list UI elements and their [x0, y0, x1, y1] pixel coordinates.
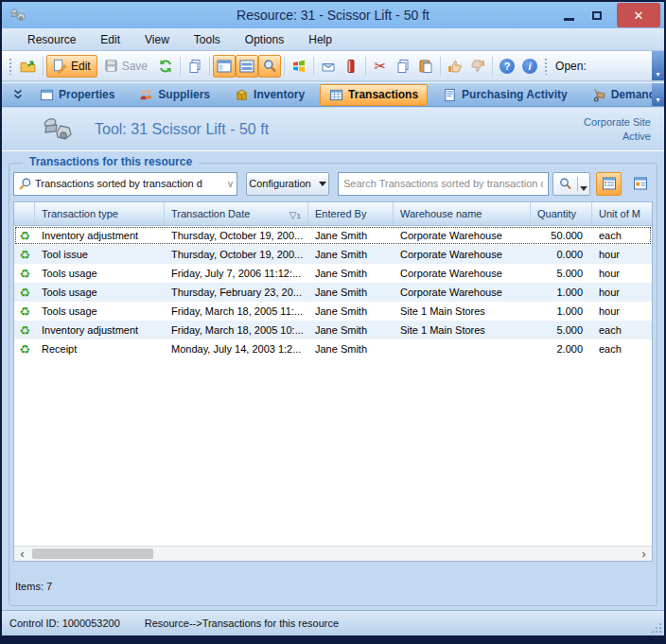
menu-view[interactable]: View [132, 30, 182, 49]
configuration-button[interactable]: Configuration [246, 172, 329, 196]
table-row[interactable]: ♻ Tools usage Friday, July 7, 2006 11:12… [14, 264, 652, 283]
send-button[interactable] [317, 55, 340, 78]
collapse-tabs-button[interactable] [13, 89, 23, 100]
horizontal-scrollbar[interactable]: ‹ › [14, 546, 652, 561]
search-input[interactable] [338, 172, 549, 196]
double-chevron-down-icon [13, 89, 23, 100]
toolbar-separator [492, 57, 493, 76]
details-view-toggle[interactable] [627, 172, 653, 196]
help-button[interactable]: ? [496, 55, 518, 78]
magnifier-icon [262, 59, 277, 74]
cell-entered-by: Jane Smith [308, 226, 394, 245]
menu-options[interactable]: Options [233, 30, 296, 49]
search-button[interactable] [552, 172, 590, 196]
transactions-groupbox: Transactions for this resource Transacti… [9, 163, 657, 606]
cell-transaction-date: Friday, March 18, 2005 11:... [165, 302, 308, 321]
resize-grip-icon[interactable] [650, 621, 662, 634]
thumbs-up-icon [447, 59, 463, 74]
col-transaction-date[interactable]: Transaction Date ▽1 [165, 202, 308, 225]
list-view-icon [602, 176, 617, 191]
groupbox-title: Transactions for this resource [23, 155, 199, 168]
refresh-button[interactable] [154, 55, 177, 78]
zoom-button[interactable] [258, 55, 281, 78]
scroll-left-arrow[interactable]: ‹ [14, 547, 30, 561]
open-folder-button[interactable] [16, 55, 40, 78]
table-row[interactable]: ♻ Tools usage Friday, March 18, 2005 11:… [14, 302, 652, 321]
copy-button[interactable] [392, 55, 414, 78]
list-view-toggle[interactable] [596, 172, 622, 196]
menu-tools[interactable]: Tools [182, 30, 233, 49]
col-transaction-type[interactable]: Transaction type [35, 202, 165, 225]
view-left-panel-button[interactable] [213, 55, 236, 78]
sort-combobox[interactable]: Transactions sorted by transaction d v [13, 172, 237, 196]
recycle-icon: ♻ [19, 286, 30, 300]
scrollbar-thumb[interactable] [32, 548, 153, 559]
copy-page-button[interactable] [184, 55, 206, 78]
toolbar-overflow-button[interactable]: ▾ [652, 51, 664, 80]
properties-icon [40, 88, 54, 102]
cell-entered-by: Jane Smith [308, 264, 394, 283]
recycle-icon: ♻ [19, 267, 30, 281]
cell-entered-by: Jane Smith [308, 283, 394, 302]
cell-transaction-date: Thursday, February 23, 20... [165, 283, 308, 302]
tab-suppliers[interactable]: Suppliers [130, 84, 219, 106]
table-row[interactable]: ♻ Receipt Monday, July 14, 2003 1:2... J… [14, 339, 652, 358]
cell-quantity: 1.000 [531, 302, 592, 321]
tab-transactions[interactable]: Transactions [320, 84, 428, 106]
report-button[interactable] [340, 55, 362, 78]
cell-unit: each [592, 226, 652, 245]
cut-button[interactable]: ✂ [369, 55, 392, 78]
cell-quantity: 2.000 [531, 339, 592, 358]
tab-label: Transactions [348, 88, 418, 101]
maximize-button[interactable] [583, 5, 611, 26]
col-row-selector[interactable] [14, 202, 35, 225]
save-button[interactable]: Save [97, 55, 154, 78]
cell-transaction-type: Tools usage [35, 302, 165, 321]
cell-warehouse-name: Corporate Warehouse [394, 226, 531, 245]
approve-button[interactable] [444, 55, 466, 78]
toolbar: Edit Save [2, 51, 664, 81]
cell-warehouse-name [394, 339, 531, 358]
info-button[interactable]: i [518, 55, 541, 78]
tab-properties[interactable]: Properties [30, 84, 124, 106]
reject-button[interactable] [466, 55, 489, 78]
edit-button[interactable]: Edit [46, 55, 97, 78]
table-row[interactable]: ♻ Tool issue Thursday, October 19, 200..… [14, 245, 652, 264]
cell-quantity: 1.000 [531, 283, 592, 302]
col-quantity[interactable]: Quantity [531, 202, 592, 225]
tabbar-overflow-button[interactable]: ▾ [652, 83, 664, 106]
close-button[interactable]: ✕ [617, 3, 660, 27]
tab-inventory[interactable]: Inventory [225, 84, 314, 106]
recycle-icon: ♻ [19, 229, 30, 243]
transactions-icon [329, 88, 343, 102]
report-icon [343, 59, 359, 74]
table-row[interactable]: ♻ Inventory adjustment Thursday, October… [14, 226, 652, 245]
main-panel: Transactions for this resource Transacti… [2, 151, 664, 610]
search-icon [553, 177, 577, 191]
items-count: Items: 7 [15, 581, 52, 592]
menu-help[interactable]: Help [296, 30, 344, 49]
toolbar-drag-handle[interactable] [9, 58, 13, 75]
table-row[interactable]: ♻ Inventory adjustment Friday, March 18,… [14, 321, 652, 339]
minimize-button[interactable] [554, 5, 583, 26]
paste-button[interactable] [414, 55, 437, 78]
menu-resource[interactable]: Resource [15, 30, 88, 49]
tab-purchasing-activity[interactable]: Purchasing Activity [433, 84, 577, 106]
cell-quantity: 50.000 [531, 226, 592, 245]
info-icon: i [522, 59, 537, 74]
windows-button[interactable] [288, 55, 310, 78]
col-warehouse-name[interactable]: Warehouse name [394, 202, 531, 225]
menu-edit[interactable]: Edit [88, 30, 132, 49]
tab-bar: Properties Suppliers Inventory Transacti… [2, 82, 664, 107]
recycle-icon: ♻ [19, 342, 30, 357]
scroll-right-arrow[interactable]: › [636, 547, 652, 561]
save-button-label: Save [122, 60, 148, 73]
cell-unit: each [592, 321, 652, 339]
table-row[interactable]: ♻ Tools usage Thursday, February 23, 20.… [14, 283, 652, 302]
application-window: Resource: 31 - Scissor Lift - 50 ft ✕ Re… [2, 2, 664, 635]
view-rows-button[interactable] [236, 55, 258, 78]
search-options-arrow[interactable] [577, 177, 589, 191]
toolbar-drag-handle[interactable] [544, 58, 549, 75]
col-unit-of-measure[interactable]: Unit of M [592, 202, 652, 225]
col-entered-by[interactable]: Entered By [308, 202, 394, 225]
